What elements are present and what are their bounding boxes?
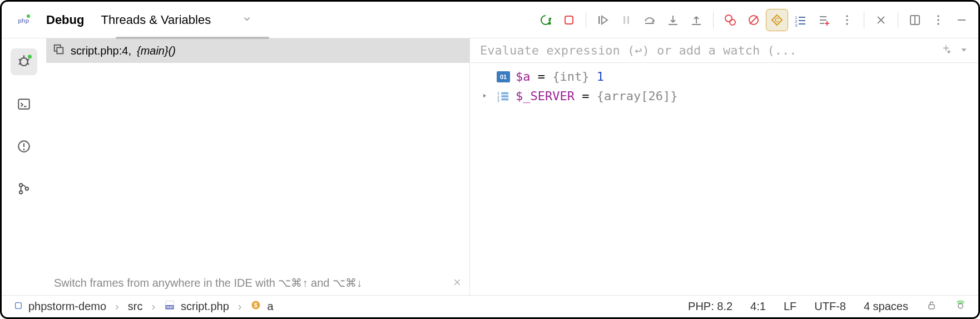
expand-icon[interactable] — [481, 92, 491, 101]
view-breakpoints-icon[interactable] — [719, 9, 741, 31]
variable-symbol-icon: $ — [250, 300, 261, 313]
svg-text:PHP: PHP — [166, 306, 173, 309]
svg-rect-62 — [16, 303, 22, 309]
console-tab-icon[interactable] — [11, 91, 37, 117]
svg-rect-61 — [501, 98, 508, 100]
svg-point-1 — [27, 14, 30, 18]
svg-rect-41 — [18, 99, 29, 109]
svg-rect-59 — [501, 92, 508, 94]
minimize-icon[interactable] — [951, 9, 973, 31]
mute-breakpoints-icon[interactable] — [743, 9, 765, 31]
svg-point-23 — [846, 15, 848, 17]
frame-icon — [53, 43, 65, 58]
chevron-down-icon — [242, 13, 252, 27]
var-type: {int} — [552, 70, 589, 84]
svg-point-45 — [23, 149, 24, 150]
vcs-tab-icon[interactable] — [11, 175, 37, 202]
svg-rect-50 — [57, 47, 63, 53]
svg-line-10 — [750, 16, 758, 24]
svg-point-31 — [937, 19, 939, 21]
svg-point-46 — [19, 184, 22, 187]
svg-point-47 — [19, 191, 22, 194]
debugger-tab-icon[interactable] — [11, 48, 37, 75]
frame-file: script.php:4, — [71, 45, 131, 57]
status-eol[interactable]: LF — [784, 300, 796, 313]
watch-dropdown-icon[interactable] — [959, 43, 968, 57]
layout-icon[interactable] — [904, 9, 926, 31]
svg-text:3: 3 — [497, 99, 499, 102]
stop-icon[interactable] — [558, 9, 580, 31]
rerun-icon[interactable] — [534, 9, 557, 31]
xdebug-listen-icon[interactable] — [955, 300, 966, 313]
svg-rect-6 — [627, 16, 629, 24]
svg-point-7 — [725, 15, 732, 22]
svg-point-25 — [846, 23, 848, 25]
svg-point-2 — [548, 22, 551, 24]
add-watch-icon[interactable] — [813, 9, 835, 31]
resume-icon[interactable] — [592, 9, 614, 31]
svg-point-8 — [730, 19, 735, 25]
breadcrumb-sep-icon: › — [115, 300, 119, 313]
php-debug-icon: php — [13, 9, 35, 31]
var-name: $a — [516, 70, 531, 84]
svg-point-32 — [937, 23, 939, 25]
more-icon[interactable] — [836, 9, 858, 31]
svg-rect-3 — [565, 16, 573, 24]
var-type: {array[26]} — [597, 89, 678, 103]
settings-list-icon[interactable]: 123 — [789, 9, 811, 31]
svg-point-69 — [958, 304, 963, 308]
int-icon: 01 — [497, 71, 510, 82]
svg-rect-60 — [501, 95, 508, 97]
svg-point-55 — [948, 51, 951, 53]
break-on-exception-icon[interactable]: C — [766, 9, 788, 31]
options-icon[interactable] — [927, 9, 949, 31]
status-position[interactable]: 4:1 — [750, 300, 766, 313]
readonly-lock-icon[interactable] — [926, 300, 937, 313]
svg-text:C: C — [775, 17, 779, 23]
svg-rect-68 — [929, 305, 934, 309]
status-indent[interactable]: 4 spaces — [864, 300, 908, 313]
svg-text:$: $ — [254, 302, 258, 308]
svg-point-40 — [28, 55, 32, 58]
svg-text:3: 3 — [795, 23, 798, 27]
svg-point-24 — [846, 19, 848, 21]
project-icon — [14, 300, 23, 313]
svg-point-30 — [937, 15, 939, 17]
breadcrumb-file[interactable]: script.php — [181, 300, 229, 313]
stack-frame-row[interactable]: script.php:4, {main}() — [46, 38, 469, 63]
breadcrumb-dir[interactable]: src — [128, 300, 143, 313]
php-file-icon: PHP — [164, 300, 175, 313]
problems-tab-icon[interactable] — [11, 133, 37, 160]
var-name: $_SERVER — [516, 89, 575, 103]
close-icon[interactable] — [870, 9, 892, 31]
breadcrumb-symbol[interactable]: a — [267, 300, 273, 313]
frame-main: {main}() — [137, 45, 176, 57]
breadcrumb-project[interactable]: phpstorm-demo — [28, 300, 106, 313]
breadcrumb-sep-icon: › — [151, 300, 155, 313]
close-hint-icon[interactable] — [453, 277, 462, 289]
step-over-icon[interactable] — [639, 9, 661, 31]
svg-rect-4 — [598, 16, 600, 24]
step-out-icon[interactable] — [685, 9, 707, 31]
tab-debug[interactable]: Debug — [46, 13, 84, 27]
variable-row[interactable]: 01 $a = {int} 1 — [481, 70, 967, 84]
variable-row[interactable]: 123 $_SERVER = {array[26]} — [481, 89, 967, 103]
tab-threads-variables[interactable]: Threads & Variables — [101, 13, 252, 27]
array-icon: 123 — [497, 91, 510, 102]
add-watch-plus-icon[interactable] — [941, 43, 952, 57]
svg-text:php: php — [18, 17, 29, 24]
svg-point-34 — [20, 58, 28, 66]
svg-rect-5 — [623, 16, 625, 24]
watch-placeholder[interactable]: Evaluate expression (↩) or add a watch (… — [480, 43, 797, 57]
status-encoding[interactable]: UTF-8 — [814, 300, 846, 313]
pause-icon[interactable] — [615, 9, 637, 31]
threads-tab-label: Threads & Variables — [101, 13, 211, 27]
status-php[interactable]: PHP: 8.2 — [688, 300, 732, 313]
step-into-icon[interactable] — [662, 9, 684, 31]
breadcrumb-sep-icon: › — [238, 300, 242, 313]
frames-hint: Switch frames from anywhere in the IDE w… — [54, 276, 362, 289]
var-value: 1 — [589, 70, 604, 84]
